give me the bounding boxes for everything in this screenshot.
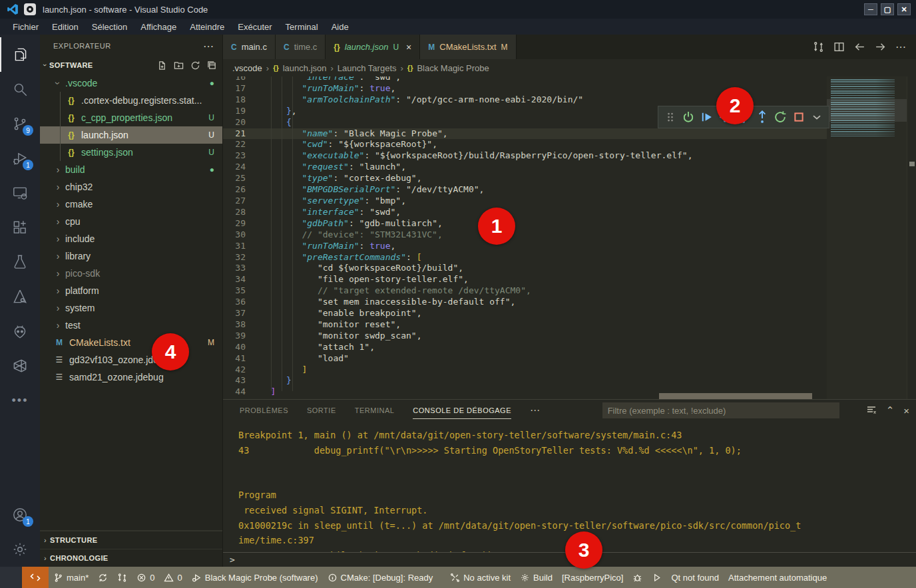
close-tab-icon[interactable]: × bbox=[406, 42, 411, 53]
statusbar-errors[interactable]: 0 bbox=[132, 573, 159, 583]
tab-time-c[interactable]: Ctime.c bbox=[276, 35, 326, 59]
tab-launch-json[interactable]: {}launch.jsonU× bbox=[326, 35, 420, 59]
activity-cmake[interactable] bbox=[0, 279, 40, 314]
statusbar-auto-attach[interactable]: Attachement automatique bbox=[724, 573, 831, 583]
activity-extensions[interactable] bbox=[0, 210, 40, 245]
debug-chevron-down-button[interactable] bbox=[809, 108, 825, 126]
statusbar-active-kit[interactable]: No active kit bbox=[445, 573, 515, 583]
statusbar-debug-bug[interactable] bbox=[628, 573, 647, 583]
breadcrumb-item[interactable]: Black Magic Probe bbox=[417, 63, 489, 73]
forward-icon[interactable] bbox=[875, 41, 886, 53]
panel-tab-console-de-d-bogage[interactable]: CONSOLE DE DÉBOGAGE bbox=[413, 402, 511, 419]
statusbar-build[interactable]: Build bbox=[515, 573, 557, 583]
statusbar-sync[interactable] bbox=[93, 573, 113, 583]
activity-remote-explorer[interactable] bbox=[0, 176, 40, 210]
menu-affichage[interactable]: Affichage bbox=[134, 21, 182, 33]
menu-sélection[interactable]: Sélection bbox=[86, 21, 133, 33]
tree-item-system[interactable]: ›system bbox=[40, 299, 222, 317]
breadcrumb[interactable]: .vscode›{}launch.json›Launch Targets›{}B… bbox=[223, 59, 916, 76]
tree-item--cortex-debug-registers-stat-[interactable]: {}.cortex-debug.registers.stat... bbox=[40, 92, 222, 109]
tree-item-c-cpp-properties-json[interactable]: {}c_cpp_properties.jsonU bbox=[40, 109, 222, 126]
new-folder-icon[interactable] bbox=[174, 61, 184, 71]
split-editor-icon[interactable] bbox=[833, 41, 845, 53]
menu-fichier[interactable]: Fichier bbox=[7, 21, 45, 33]
activity-explorer[interactable] bbox=[0, 37, 40, 72]
debug-continue-button[interactable] bbox=[699, 108, 715, 126]
compare-changes-icon[interactable] bbox=[813, 41, 824, 53]
close-button[interactable]: ✕ bbox=[897, 3, 911, 15]
activity-run-debug[interactable]: 1 bbox=[0, 141, 40, 176]
debug-console-output[interactable]: Breakpoint 1, main () at /mnt/data/git/o… bbox=[223, 421, 916, 552]
tree-item-pico-sdk[interactable]: ›pico-sdk bbox=[40, 265, 222, 282]
panel-tab-sortie[interactable]: SORTIE bbox=[307, 402, 336, 419]
tree-item-settings-json[interactable]: {}settings.jsonU bbox=[40, 144, 222, 161]
back-icon[interactable] bbox=[854, 41, 865, 53]
vertical-scrollbar[interactable] bbox=[907, 76, 916, 399]
debug-console-filter-input[interactable] bbox=[602, 402, 839, 418]
tree-item-gd32vf103-ozone-jdebug[interactable]: ☰gd32vf103_ozone.jdebug bbox=[40, 351, 222, 368]
debug-restart-button[interactable] bbox=[772, 108, 788, 126]
activity-settings[interactable] bbox=[0, 532, 40, 567]
activity-visual-studio[interactable] bbox=[0, 349, 40, 383]
tree-item-samd21-ozone-jdebug[interactable]: ☰samd21_ozone.jdebug bbox=[40, 368, 222, 386]
more-icon[interactable]: ⋯ bbox=[895, 41, 907, 53]
breadcrumb-item[interactable]: .vscode bbox=[232, 63, 262, 73]
activity-account[interactable]: 1 bbox=[0, 498, 40, 532]
panel-tab-probl-mes[interactable]: PROBLÈMES bbox=[240, 402, 288, 419]
menu-exécuter[interactable]: Exécuter bbox=[232, 21, 278, 33]
section-structure[interactable]: ›STRUCTURE bbox=[40, 531, 222, 549]
statusbar-git-branch[interactable]: main* bbox=[49, 573, 93, 583]
statusbar-qt-status[interactable]: Qt not found bbox=[666, 573, 724, 583]
statusbar-cmake-status[interactable]: CMake: [Debug]: Ready bbox=[323, 573, 438, 583]
tree-item-launch-json[interactable]: {}launch.jsonU bbox=[40, 126, 222, 144]
add-configuration-button[interactable]: Ajouter une configuration... bbox=[659, 393, 812, 399]
tree-item-library[interactable]: ›library bbox=[40, 247, 222, 265]
debug-power-button[interactable] bbox=[681, 108, 697, 126]
breadcrumb-item[interactable]: launch.json bbox=[283, 63, 327, 73]
tree-item-test[interactable]: ›test bbox=[40, 317, 222, 334]
sidebar-more-icon[interactable]: ⋯ bbox=[203, 40, 214, 53]
debug-stop-button[interactable] bbox=[791, 108, 807, 126]
tree-item-cmake[interactable]: ›cmake bbox=[40, 196, 222, 213]
breadcrumb-item[interactable]: Launch Targets bbox=[338, 63, 397, 73]
code-editor[interactable]: 16 "interface": "swd",17 "runToMain": tr… bbox=[223, 76, 916, 399]
activity-more[interactable]: ••• bbox=[0, 383, 40, 418]
maximize-button[interactable]: ▢ bbox=[881, 3, 894, 15]
statusbar-warnings[interactable]: 0 bbox=[159, 573, 186, 583]
tree-item-include[interactable]: ›include bbox=[40, 230, 222, 247]
tab-cmakelists-txt[interactable]: MCMakeLists.txtM bbox=[420, 35, 516, 59]
activity-alien-extension[interactable] bbox=[0, 314, 40, 349]
tree-item-build[interactable]: ›build● bbox=[40, 161, 222, 178]
section-chronologie[interactable]: ›CHRONOLOGIE bbox=[40, 549, 222, 567]
refresh-icon[interactable] bbox=[190, 61, 200, 71]
menu-terminal[interactable]: Terminal bbox=[280, 21, 324, 33]
statusbar-build-variant[interactable]: [RaspberryPico] bbox=[557, 573, 628, 583]
tab-main-c[interactable]: Cmain.c bbox=[223, 35, 276, 59]
remote-indicator[interactable] bbox=[22, 567, 49, 588]
debug-step-out-button[interactable] bbox=[754, 108, 770, 126]
activity-testing[interactable] bbox=[0, 245, 40, 279]
activity-search[interactable] bbox=[0, 72, 40, 106]
new-file-icon[interactable] bbox=[157, 61, 167, 71]
panel-tab-terminal[interactable]: TERMINAL bbox=[355, 402, 395, 419]
tree-item-cpu[interactable]: ›cpu bbox=[40, 213, 222, 230]
minimap[interactable] bbox=[827, 76, 907, 399]
menu-atteindre[interactable]: Atteindre bbox=[184, 21, 230, 33]
statusbar-compare-changes[interactable] bbox=[113, 573, 132, 583]
tree-item-chip32[interactable]: ›chip32 bbox=[40, 178, 222, 196]
close-panel-icon[interactable]: × bbox=[903, 405, 909, 416]
minimize-button[interactable]: ─ bbox=[864, 3, 877, 15]
project-section-header[interactable]: › SOFTWARE bbox=[40, 57, 222, 73]
statusbar-debug-target[interactable]: Black Magic Probe (software) bbox=[187, 573, 323, 583]
statusbar-launch-play[interactable] bbox=[647, 573, 666, 583]
tree-item--vscode[interactable]: ›.vscode● bbox=[40, 74, 222, 92]
clear-console-icon[interactable] bbox=[866, 405, 877, 416]
minimap-slider[interactable] bbox=[827, 99, 907, 122]
maximize-panel-icon[interactable]: ⌃ bbox=[886, 404, 895, 416]
collapse-all-icon[interactable] bbox=[207, 61, 217, 71]
tree-item-platform[interactable]: ›platform bbox=[40, 282, 222, 299]
menu-edition[interactable]: Edition bbox=[46, 21, 85, 33]
activity-source-control[interactable]: 9 bbox=[0, 106, 40, 141]
menu-aide[interactable]: Aide bbox=[326, 21, 355, 33]
panel-more-icon[interactable]: ⋯ bbox=[530, 404, 541, 416]
